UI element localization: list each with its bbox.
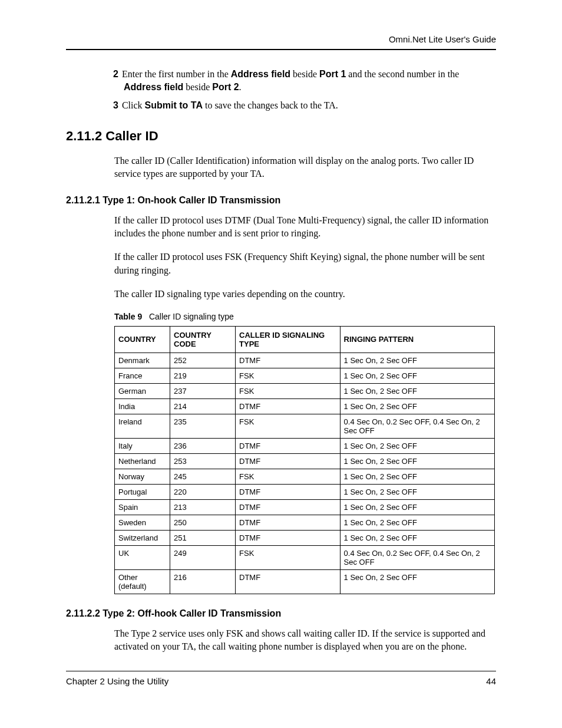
table-row: Denmark252DTMF1 Sec On, 2 Sec OFF xyxy=(115,353,495,368)
table-cell: Netherland xyxy=(115,453,170,469)
table-row: France219FSK1 Sec On, 2 Sec OFF xyxy=(115,368,495,383)
table-cell: 216 xyxy=(170,569,236,594)
step-3: 3Click Submit to TA to save the changes … xyxy=(124,99,496,112)
table-cell: Spain xyxy=(115,499,170,515)
table-cell: 1 Sec On, 2 Sec OFF xyxy=(340,484,494,499)
table-cell: DTMF xyxy=(236,438,340,453)
table-cell: DTMF xyxy=(236,530,340,545)
table-cell: DTMF xyxy=(236,398,340,414)
table-cell: 0.4 Sec On, 0.2 Sec OFF, 0.4 Sec On, 2 S… xyxy=(340,545,494,569)
table-cell: Denmark xyxy=(115,353,170,368)
type1-p1: If the caller ID protocol uses DTMF (Dua… xyxy=(114,214,496,241)
table-row: Switzerland251DTMF1 Sec On, 2 Sec OFF xyxy=(115,530,495,545)
table-cell: 1 Sec On, 2 Sec OFF xyxy=(340,530,494,545)
table-row: Spain213DTMF1 Sec On, 2 Sec OFF xyxy=(115,499,495,515)
table-cell: France xyxy=(115,368,170,383)
table-row: India214DTMF1 Sec On, 2 Sec OFF xyxy=(115,398,495,414)
table-cell: 253 xyxy=(170,453,236,469)
table-cell: German xyxy=(115,383,170,398)
header-rule xyxy=(66,49,496,50)
table-cell: DTMF xyxy=(236,453,340,469)
step-2: 2Enter the first number in the Address f… xyxy=(124,68,496,93)
table-row: German237FSK1 Sec On, 2 Sec OFF xyxy=(115,383,495,398)
table-cell: 1 Sec On, 2 Sec OFF xyxy=(340,515,494,530)
step-3-text-b: to save the changes back to the TA. xyxy=(203,100,338,110)
table-cell: DTMF xyxy=(236,499,340,515)
table-cell: UK xyxy=(115,545,170,569)
caller-id-table: COUNTRY COUNTRY CODE CALLER ID SIGNALING… xyxy=(114,326,495,594)
th-country: COUNTRY xyxy=(115,326,170,353)
caller-id-intro: The caller ID (Caller Identification) in… xyxy=(114,154,496,181)
heading-type1: 2.11.2.1 Type 1: On-hook Caller ID Trans… xyxy=(66,195,496,206)
table-cell: 0.4 Sec On, 0.2 Sec OFF, 0.4 Sec On, 2 S… xyxy=(340,414,494,438)
table-cell: 1 Sec On, 2 Sec OFF xyxy=(340,353,494,368)
table-cell: 1 Sec On, 2 Sec OFF xyxy=(340,398,494,414)
table-title: Caller ID signaling type xyxy=(149,312,234,321)
table-cell: Italy xyxy=(115,438,170,453)
table-cell: 237 xyxy=(170,383,236,398)
step-2-num: 2 xyxy=(113,69,118,79)
step-2-text-d: beside xyxy=(183,82,212,92)
table-row: Other (default)216DTMF1 Sec On, 2 Sec OF… xyxy=(115,569,495,594)
step-2-bold-4: Port 2 xyxy=(212,82,239,92)
table-row: Portugal220DTMF1 Sec On, 2 Sec OFF xyxy=(115,484,495,499)
table-cell: 1 Sec On, 2 Sec OFF xyxy=(340,569,494,594)
th-ringing-pattern: RINGING PATTERN xyxy=(340,326,494,353)
type1-p3: The caller ID signaling type varies depe… xyxy=(114,288,496,301)
table-cell: 1 Sec On, 2 Sec OFF xyxy=(340,383,494,398)
table-cell: DTMF xyxy=(236,569,340,594)
page-footer: Chapter 2 Using the Utility 44 xyxy=(66,676,496,686)
table-cell: 219 xyxy=(170,368,236,383)
table-cell: DTMF xyxy=(236,484,340,499)
table-cell: 214 xyxy=(170,398,236,414)
table-row: Norway245FSK1 Sec On, 2 Sec OFF xyxy=(115,469,495,484)
step-3-text-a: Click xyxy=(122,100,145,110)
table-row: Ireland235FSK0.4 Sec On, 0.2 Sec OFF, 0.… xyxy=(115,414,495,438)
th-country-code: COUNTRY CODE xyxy=(170,326,236,353)
type1-p2: If the caller ID protocol uses FSK (Freq… xyxy=(114,251,496,277)
table-cell: 220 xyxy=(170,484,236,499)
table-cell: DTMF xyxy=(236,515,340,530)
type2-p1: The Type 2 service uses only FSK and sho… xyxy=(114,627,496,654)
table-row: Italy236DTMF1 Sec On, 2 Sec OFF xyxy=(115,438,495,453)
table-cell: 250 xyxy=(170,515,236,530)
header-guide: Omni.Net Lite User's Guide xyxy=(66,34,496,44)
table-header-row: COUNTRY COUNTRY CODE CALLER ID SIGNALING… xyxy=(115,326,495,353)
table-cell: 1 Sec On, 2 Sec OFF xyxy=(340,469,494,484)
step-3-bold-1: Submit to TA xyxy=(145,100,203,110)
table-cell: India xyxy=(115,398,170,414)
table-cell: 1 Sec On, 2 Sec OFF xyxy=(340,453,494,469)
table-cell: FSK xyxy=(236,414,340,438)
table-cell: Sweden xyxy=(115,515,170,530)
step-2-text-c: and the second number in the xyxy=(346,69,459,79)
heading-caller-id: 2.11.2 Caller ID xyxy=(66,129,496,144)
footer-chapter: Chapter 2 Using the Utility xyxy=(66,676,168,686)
table-cell: Other (default) xyxy=(115,569,170,594)
table-cell: 235 xyxy=(170,414,236,438)
table-row: Sweden250DTMF1 Sec On, 2 Sec OFF xyxy=(115,515,495,530)
step-2-bold-1: Address field xyxy=(231,69,290,79)
step-2-text-b: beside xyxy=(290,69,319,79)
table-cell: FSK xyxy=(236,469,340,484)
footer-page-number: 44 xyxy=(486,676,496,686)
th-signaling-type: CALLER ID SIGNALING TYPE xyxy=(236,326,340,353)
table-cell: FSK xyxy=(236,383,340,398)
table-cell: Portugal xyxy=(115,484,170,499)
table-caption: Table 9 Caller ID signaling type xyxy=(114,312,496,321)
table-cell: FSK xyxy=(236,545,340,569)
table-cell: Norway xyxy=(115,469,170,484)
table-cell: 236 xyxy=(170,438,236,453)
table-cell: FSK xyxy=(236,368,340,383)
table-cell: 251 xyxy=(170,530,236,545)
table-cell: 213 xyxy=(170,499,236,515)
table-cell: Ireland xyxy=(115,414,170,438)
table-cell: Switzerland xyxy=(115,530,170,545)
step-2-text-e: . xyxy=(239,82,242,92)
step-3-num: 3 xyxy=(113,100,118,110)
table-row: UK249FSK0.4 Sec On, 0.2 Sec OFF, 0.4 Sec… xyxy=(115,545,495,569)
table-cell: DTMF xyxy=(236,353,340,368)
table-cell: 1 Sec On, 2 Sec OFF xyxy=(340,499,494,515)
step-2-bold-2: Port 1 xyxy=(319,69,346,79)
footer-rule xyxy=(66,671,496,671)
table-cell: 1 Sec On, 2 Sec OFF xyxy=(340,438,494,453)
